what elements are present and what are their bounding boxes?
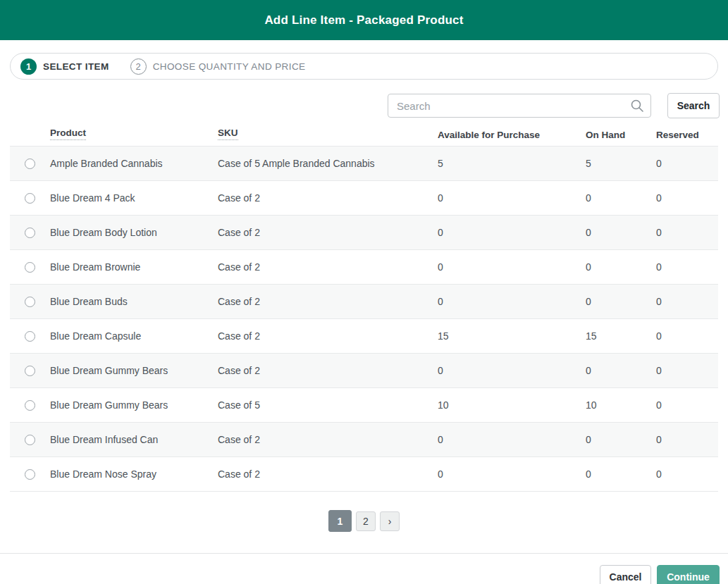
sku-cell: Case of 2 — [218, 192, 438, 204]
product-table: Product SKU Available for Purchase On Ha… — [10, 123, 718, 492]
product-cell: Blue Dream Nose Spray — [50, 468, 218, 480]
row-select-radio[interactable] — [25, 262, 35, 273]
step-2-number-badge: 2 — [130, 58, 147, 75]
search-button[interactable]: Search — [667, 93, 720, 118]
reserved-cell: 0 — [656, 261, 718, 273]
available-for-purchase-cell: 0 — [438, 365, 586, 376]
column-header-reserved: Reserved — [656, 130, 718, 140]
search-icon — [630, 99, 644, 113]
on-hand-cell: 10 — [586, 399, 656, 411]
modal-title: Add Line Item - Packaged Product — [264, 13, 463, 27]
row-select-radio[interactable] — [25, 400, 35, 411]
row-select-radio[interactable] — [25, 159, 35, 169]
row-select-radio[interactable] — [25, 469, 35, 480]
available-for-purchase-cell: 5 — [438, 158, 586, 169]
search-input[interactable] — [388, 94, 651, 118]
modal-title-bar: Add Line Item - Packaged Product — [0, 0, 728, 40]
row-radio-cell — [10, 193, 50, 204]
step-1-number-badge: 1 — [20, 58, 37, 75]
on-hand-cell: 0 — [586, 192, 656, 204]
column-header-on-hand: On Hand — [586, 130, 656, 140]
step-choose-quantity-and-price[interactable]: 2 CHOOSE QUANTITY AND PRICE — [130, 58, 306, 75]
row-radio-cell — [10, 366, 50, 376]
available-for-purchase-cell: 0 — [438, 192, 586, 204]
table-row: Blue Dream Nose Spray Case of 2 0 0 0 — [10, 457, 718, 492]
product-cell: Blue Dream Capsule — [50, 330, 218, 342]
sku-cell: Case of 2 — [218, 468, 438, 480]
table-row: Blue Dream Gummy Bears Case of 5 10 10 0 — [10, 388, 718, 423]
available-for-purchase-cell: 0 — [438, 261, 586, 273]
search-box — [388, 94, 651, 118]
step-2-label: CHOOSE QUANTITY AND PRICE — [153, 61, 306, 72]
table-row: Blue Dream Brownie Case of 2 0 0 0 — [10, 250, 718, 285]
modal-footer: Cancel Continue — [0, 554, 728, 584]
table-row: Blue Dream Capsule Case of 2 15 15 0 — [10, 319, 718, 354]
step-1-label: SELECT ITEM — [43, 61, 109, 72]
table-header-row: Product SKU Available for Purchase On Ha… — [10, 123, 718, 146]
available-for-purchase-cell: 0 — [438, 227, 586, 238]
on-hand-cell: 15 — [586, 330, 656, 342]
row-radio-cell — [10, 228, 50, 238]
row-radio-cell — [10, 400, 50, 411]
page-button-1[interactable]: 1 — [328, 510, 352, 532]
pagination: 1 2 › — [0, 510, 728, 532]
column-header-sku[interactable]: SKU — [218, 128, 438, 140]
on-hand-cell: 0 — [586, 227, 656, 238]
sku-cell: Case of 2 — [218, 434, 438, 445]
reserved-cell: 0 — [656, 434, 718, 445]
row-select-radio[interactable] — [25, 366, 35, 376]
row-radio-cell — [10, 469, 50, 480]
product-cell: Blue Dream Gummy Bears — [50, 399, 218, 411]
continue-button[interactable]: Continue — [657, 565, 720, 584]
available-for-purchase-cell: 0 — [438, 468, 586, 480]
reserved-cell: 0 — [656, 158, 718, 169]
row-select-radio[interactable] — [25, 228, 35, 238]
row-radio-cell — [10, 159, 50, 169]
on-hand-cell: 5 — [586, 158, 656, 169]
row-select-radio[interactable] — [25, 331, 35, 342]
sku-cell: Case of 5 — [218, 399, 438, 411]
reserved-cell: 0 — [656, 365, 718, 376]
reserved-cell: 0 — [656, 330, 718, 342]
cancel-button[interactable]: Cancel — [600, 565, 651, 584]
row-select-radio[interactable] — [25, 297, 35, 307]
reserved-cell: 0 — [656, 227, 718, 238]
table-row: Blue Dream Buds Case of 2 0 0 0 — [10, 285, 718, 319]
row-select-radio[interactable] — [25, 435, 35, 445]
available-for-purchase-cell: 10 — [438, 399, 586, 411]
product-cell: Blue Dream 4 Pack — [50, 192, 218, 204]
sku-cell: Case of 2 — [218, 296, 438, 307]
row-radio-cell — [10, 262, 50, 273]
column-header-product[interactable]: Product — [50, 128, 218, 140]
sku-cell: Case of 2 — [218, 227, 438, 238]
table-row: Ample Branded Cannabis Case of 5 Ample B… — [10, 147, 718, 181]
step-select-item[interactable]: 1 SELECT ITEM — [20, 58, 109, 75]
sku-cell: Case of 2 — [218, 330, 438, 342]
on-hand-cell: 0 — [586, 261, 656, 273]
step-wizard: 1 SELECT ITEM 2 CHOOSE QUANTITY AND PRIC… — [10, 53, 718, 80]
product-cell: Blue Dream Body Lotion — [50, 227, 218, 238]
available-for-purchase-cell: 0 — [438, 296, 586, 307]
row-radio-cell — [10, 435, 50, 445]
product-cell: Blue Dream Gummy Bears — [50, 365, 218, 376]
product-cell: Blue Dream Buds — [50, 296, 218, 307]
row-select-radio[interactable] — [25, 193, 35, 204]
product-cell: Ample Branded Cannabis — [50, 158, 218, 169]
reserved-cell: 0 — [656, 468, 718, 480]
available-for-purchase-cell: 0 — [438, 434, 586, 445]
next-page-button[interactable]: › — [380, 511, 400, 531]
page-button-2[interactable]: 2 — [356, 511, 376, 531]
column-header-available-for-purchase: Available for Purchase — [438, 130, 586, 140]
product-cell: Blue Dream Brownie — [50, 261, 218, 273]
on-hand-cell: 0 — [586, 296, 656, 307]
sku-cell: Case of 2 — [218, 261, 438, 273]
on-hand-cell: 0 — [586, 365, 656, 376]
table-row: Blue Dream Body Lotion Case of 2 0 0 0 — [10, 216, 718, 250]
available-for-purchase-cell: 15 — [438, 330, 586, 342]
reserved-cell: 0 — [656, 192, 718, 204]
sku-cell: Case of 2 — [218, 365, 438, 376]
table-row: Blue Dream Infused Can Case of 2 0 0 0 — [10, 423, 718, 457]
table-row: Blue Dream 4 Pack Case of 2 0 0 0 — [10, 181, 718, 216]
sku-cell: Case of 5 Ample Branded Cannabis — [218, 158, 438, 169]
row-radio-cell — [10, 331, 50, 342]
